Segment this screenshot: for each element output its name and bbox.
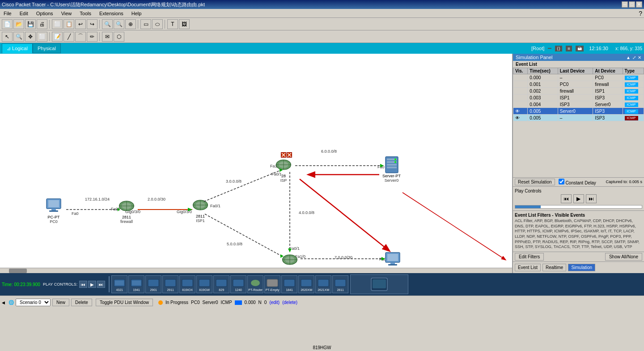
menu-view[interactable]: View bbox=[59, 10, 74, 17]
paste-btn[interactable]: 📋 bbox=[64, 19, 74, 29]
col-time: Time(sec) bbox=[528, 68, 558, 74]
play-forward-btn[interactable]: ⏭ bbox=[586, 194, 597, 203]
line-btn[interactable]: ╱ bbox=[64, 32, 74, 42]
device-819iox[interactable]: 819IOX bbox=[179, 275, 195, 293]
event-row-4[interactable]: 0.003 ISP1 ISP3 ICMP bbox=[513, 94, 644, 101]
toggle-pdu-btn[interactable]: Toggle PDU List Window bbox=[96, 299, 153, 306]
menu-options[interactable]: Options bbox=[34, 10, 55, 17]
event-row-3[interactable]: 0.002 firewall ISP1 ICMP bbox=[513, 88, 644, 94]
device-4321[interactable]: 4321 bbox=[111, 275, 127, 293]
curve-btn[interactable]: ⌒ bbox=[75, 32, 86, 42]
zoom-out-btn[interactable]: 🔍 bbox=[114, 19, 124, 29]
device-1941[interactable]: 1941 bbox=[128, 275, 144, 293]
bottom-play[interactable]: ▶ bbox=[88, 281, 96, 288]
constant-delay-checkbox[interactable] bbox=[559, 179, 564, 184]
open-btn[interactable]: 📂 bbox=[13, 19, 24, 29]
progress-fill bbox=[515, 205, 541, 208]
device-pt-router[interactable]: PT-Router bbox=[247, 275, 263, 293]
play-btn[interactable]: ▶ bbox=[573, 194, 584, 203]
play-back-btn[interactable]: ⏮ bbox=[561, 194, 572, 203]
zoom-in-btn[interactable]: 🔍 bbox=[102, 19, 113, 29]
ellipse-btn[interactable]: ⬭ bbox=[152, 19, 163, 29]
search-btn[interactable]: 🔍 bbox=[13, 32, 24, 42]
device-2901[interactable]: 2901 bbox=[145, 275, 161, 293]
close-button[interactable]: ✕ bbox=[636, 1, 642, 8]
root-btn4[interactable]: 🏔 bbox=[576, 46, 584, 51]
box-select-btn[interactable]: ⬜ bbox=[37, 32, 47, 42]
pen-btn[interactable]: ✏ bbox=[87, 32, 97, 42]
network-canvas[interactable]: 172.16.1.0/24 Fa0 Fa0/t 2.0.0.0/30 Gig0/… bbox=[0, 54, 512, 273]
delete-scenario-btn[interactable]: Delete bbox=[71, 299, 92, 306]
text-btn[interactable]: T bbox=[167, 19, 178, 29]
sim-panel-scroll-up[interactable]: ▲ bbox=[626, 55, 631, 60]
link-label-400: 4.0.0.0/8 bbox=[299, 210, 314, 215]
pdu-btn[interactable]: ⬡ bbox=[114, 32, 124, 42]
show-all-none-btn[interactable]: Show All/None bbox=[605, 253, 642, 261]
scroll-left[interactable]: ◀ bbox=[2, 300, 5, 305]
pdu-delete[interactable]: (delete) bbox=[282, 300, 297, 305]
device-819gw[interactable]: 819GW bbox=[196, 275, 212, 293]
event-row-7[interactable]: 👁 0.005 – ISP3 ICMP bbox=[513, 115, 644, 121]
device-2620xm[interactable]: 2620XM bbox=[298, 275, 314, 293]
device-2811[interactable]: 2811 bbox=[332, 275, 348, 293]
event-at-6: ISP3 bbox=[593, 108, 623, 115]
event-row-6[interactable]: 👁 0.005 Server0 ISP3 ICMP bbox=[513, 108, 644, 115]
svg-rect-55 bbox=[132, 281, 141, 285]
root-btn2[interactable]: ⟨⟩ bbox=[555, 46, 562, 51]
h-scrollbar[interactable] bbox=[0, 268, 512, 273]
minimize-button[interactable]: ─ bbox=[622, 1, 628, 8]
h-scrollbar-thumb[interactable] bbox=[9, 269, 27, 273]
tab-logical[interactable]: ⊿ Logical bbox=[2, 43, 33, 53]
pdu-edit[interactable]: (edit) bbox=[269, 300, 280, 305]
zoom-reset-btn[interactable]: ⊕ bbox=[125, 19, 136, 29]
new-scenario-btn[interactable]: New bbox=[52, 299, 69, 306]
device-1240[interactable]: 1240 bbox=[230, 275, 246, 293]
realtime-mode-btn[interactable]: Realtime bbox=[542, 264, 566, 271]
maximize-button[interactable]: □ bbox=[629, 1, 635, 8]
device-server0[interactable]: Server-PT Server0 bbox=[382, 156, 401, 183]
device-pt-empty[interactable]: PT-Empty bbox=[264, 275, 280, 293]
menu-help[interactable]: Help bbox=[130, 10, 144, 17]
bottom-play-fwd[interactable]: ⏭ bbox=[97, 281, 105, 288]
device-isp-mid[interactable]: 28 ISP bbox=[275, 156, 292, 183]
device-2621xm[interactable]: 2621XM bbox=[315, 275, 331, 293]
note-btn[interactable]: 📝 bbox=[52, 32, 63, 42]
progress-bar[interactable] bbox=[515, 205, 642, 209]
bottom-play-back[interactable]: ⏮ bbox=[79, 281, 87, 288]
rect-btn[interactable]: ▭ bbox=[140, 19, 151, 29]
event-row-1[interactable]: 0.000 – PC0 ICMP bbox=[513, 74, 644, 81]
menu-tools[interactable]: Tools bbox=[78, 10, 93, 17]
redo-btn[interactable]: ↪ bbox=[87, 19, 97, 29]
root-btn[interactable] bbox=[548, 48, 551, 49]
menu-edit[interactable]: Edit bbox=[18, 10, 30, 17]
sim-panel-expand[interactable]: ⤢ bbox=[632, 55, 636, 60]
select-btn[interactable]: ↖ bbox=[2, 32, 13, 42]
device-829[interactable]: 829 bbox=[213, 275, 229, 293]
event-list-mode-btn[interactable]: Event List bbox=[515, 264, 541, 271]
sim-panel-close[interactable]: ✕ bbox=[638, 55, 641, 60]
event-row-5[interactable]: 0.004 ISP3 Server0 ICMP bbox=[513, 101, 644, 108]
root-btn3[interactable]: ≡ bbox=[566, 46, 572, 51]
device-2911[interactable]: 2911 bbox=[162, 275, 178, 293]
email-btn[interactable]: ✉ bbox=[102, 32, 113, 42]
menu-file[interactable]: File bbox=[2, 10, 13, 17]
tab-physical[interactable]: Physical bbox=[33, 43, 61, 53]
scenario-dropdown[interactable]: Scenario 0 bbox=[16, 299, 51, 306]
image-btn[interactable]: 🖼 bbox=[179, 19, 190, 29]
simulation-mode-btn[interactable]: Simulation bbox=[568, 264, 595, 271]
device-isp1[interactable]: 2811 ISP1 bbox=[191, 196, 209, 223]
save-btn[interactable]: 💾 bbox=[25, 19, 36, 29]
device-firewall[interactable]: 2811 firewall bbox=[118, 197, 136, 224]
copy-btn[interactable]: ⬜ bbox=[52, 19, 63, 29]
reset-sim-button[interactable]: Reset Simulation bbox=[515, 179, 555, 185]
print-btn[interactable]: 🖨 bbox=[37, 19, 47, 29]
event-row-2[interactable]: 0.001 PC0 firewall ICMP bbox=[513, 81, 644, 88]
undo-btn[interactable]: ↩ bbox=[75, 19, 86, 29]
edit-filters-btn[interactable]: Edit Filters bbox=[515, 253, 544, 261]
help-icon[interactable]: ? bbox=[639, 10, 642, 17]
new-btn[interactable]: 📄 bbox=[2, 19, 13, 29]
menu-extensions[interactable]: Extensions bbox=[97, 10, 125, 17]
device-pc0[interactable]: PC-PT PC0 bbox=[45, 197, 63, 224]
device-1841[interactable]: 1841 bbox=[281, 275, 297, 293]
move-btn[interactable]: ✥ bbox=[25, 32, 36, 42]
